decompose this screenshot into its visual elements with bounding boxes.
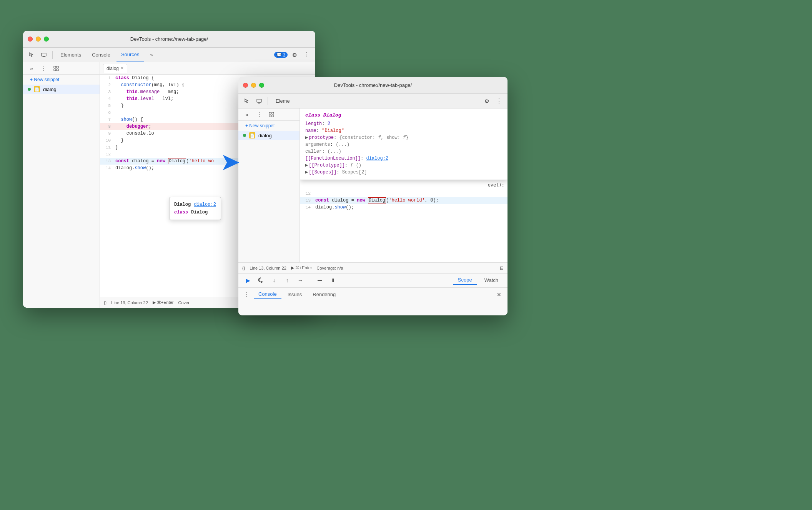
tooltip-popup-1: Dialog dialog:2 class Dialog — [169, 197, 221, 220]
step-out-btn-2[interactable]: ↑ — [282, 275, 292, 285]
tab-close-icon-1[interactable]: ✕ — [120, 66, 124, 71]
sidebar-item-dialog-1[interactable]: 📄 dialog — [23, 85, 100, 94]
curly-braces-icon-2[interactable]: {} — [242, 266, 245, 270]
tab-more-1[interactable]: » — [146, 48, 158, 62]
new-snippet-btn-2[interactable]: + New snippet — [238, 121, 300, 131]
minimize-button-1[interactable] — [36, 37, 41, 42]
file-icon-1: 📄 — [34, 86, 40, 92]
svg-rect-14 — [272, 115, 274, 117]
more-options-1[interactable]: ⋮ — [301, 50, 312, 60]
close-bottom-2[interactable]: ✕ — [494, 289, 504, 300]
resume-btn-2[interactable]: ▶ — [243, 275, 253, 285]
run-btn-2[interactable]: ▶ ⌘+Enter — [291, 265, 312, 270]
svg-rect-4 — [57, 66, 58, 68]
line-col-1: Line 13, Column 22 — [111, 300, 148, 305]
sidebar-item-dialog-2[interactable]: 📄 dialog — [238, 131, 300, 140]
editor-tabs-1: dialog ✕ — [100, 62, 315, 75]
traffic-lights-1[interactable] — [28, 37, 49, 42]
inspect-row-proto2: ▶ [[Prototype]] : f () — [305, 162, 502, 169]
pause-btn-2[interactable]: ⏸ — [328, 275, 338, 285]
inspect-row-prototype: ▶ prototype : {constructor: f, show: f} — [305, 134, 502, 141]
devtools-body-2: » ⋮ + New snippet 📄 dialog — [238, 108, 508, 262]
sidebar-icon2-1[interactable] — [51, 63, 62, 74]
maximize-button-1[interactable] — [44, 37, 49, 42]
step-over-btn-2[interactable] — [256, 275, 266, 285]
code-line-2-14: 14 dialog.show(); — [300, 204, 508, 211]
inspect-title: class Dialog — [305, 112, 502, 118]
device-icon[interactable] — [38, 50, 49, 60]
deactivate-btn-2[interactable] — [315, 275, 325, 285]
title-bar-1: DevTools - chrome://new-tab-page/ — [23, 31, 315, 48]
tab-elements-1[interactable]: Elements — [56, 48, 86, 62]
file-icon-2: 📄 — [249, 132, 255, 138]
code-editor-2[interactable]: evel); 12 13 const dialog = new Dialog('… — [300, 180, 508, 262]
svg-rect-12 — [272, 112, 274, 114]
step-btn-2[interactable]: → — [295, 275, 305, 285]
tooltip-line-1: Dialog dialog:2 — [174, 201, 216, 208]
title-bar-2: DevTools - chrome://new-tab-page/ — [238, 77, 508, 94]
rendering-tab-2[interactable]: Rendering — [308, 290, 340, 299]
sidebar-more-1[interactable]: » — [26, 63, 37, 74]
issues-tab-2[interactable]: Issues — [283, 290, 307, 299]
settings-icon-1[interactable]: ⚙ — [289, 50, 300, 60]
sidebar-icon2-2[interactable] — [266, 109, 277, 120]
tab-console-1[interactable]: Console — [87, 48, 115, 62]
close-button-1[interactable] — [28, 37, 33, 42]
coverage-2: Coverage: n/a — [317, 266, 343, 270]
device-icon-2[interactable] — [254, 96, 265, 107]
sidebar-1: » ⋮ + New snippet 📄 dialog — [23, 62, 100, 308]
more-options-2[interactable]: ⋮ — [494, 96, 504, 107]
settings-icon-2[interactable]: ⚙ — [481, 96, 492, 107]
bottom-more-2[interactable]: ⋮ — [241, 289, 252, 300]
inspect-icon-2[interactable] — [241, 96, 252, 107]
inspect-row-length: length : 2 — [305, 120, 502, 127]
debug-divider-2 — [310, 277, 310, 284]
green-dot-2 — [243, 134, 246, 137]
debug-toolbar-2: ▶ ↓ ↑ → ⏸ Scope Watch — [238, 273, 508, 287]
curly-braces-icon-1[interactable]: {} — [104, 300, 106, 305]
window-title-2: DevTools - chrome://new-tab-page/ — [334, 82, 412, 88]
code-line-2-13: 13 const dialog = new Dialog('hello worl… — [300, 197, 508, 204]
messages-badge-1[interactable]: 💬 3 — [274, 52, 288, 58]
window-title-1: DevTools - chrome://new-tab-page/ — [130, 36, 208, 42]
inspect-row-funcloc: [[FunctionLocation]] : dialog:2 — [305, 155, 502, 162]
devtools-window-2: DevTools - chrome://new-tab-page/ Eleme … — [238, 77, 508, 315]
funcloc-link[interactable]: dialog:2 — [366, 155, 388, 162]
traffic-lights-2[interactable] — [243, 83, 264, 88]
svg-rect-8 — [257, 99, 261, 102]
sidebar-options-2[interactable]: ⋮ — [254, 109, 265, 120]
sidebar-toolbar-2: » ⋮ — [238, 108, 300, 121]
close-button-2[interactable] — [243, 83, 248, 88]
tab-elements-2[interactable]: Eleme — [271, 94, 295, 108]
green-dot-1 — [28, 88, 31, 91]
status-bar-2: {} Line 13, Column 22 ▶ ⌘+Enter Coverage… — [238, 262, 508, 273]
inspect-row-arguments: arguments : (...) — [305, 141, 502, 148]
coverage-1: Cover — [178, 300, 190, 305]
run-btn-1[interactable]: ▶ ⌘+Enter — [153, 300, 174, 305]
svg-rect-11 — [269, 112, 271, 114]
svg-rect-13 — [269, 115, 271, 117]
svg-rect-0 — [42, 53, 46, 56]
sidebar-more-2[interactable]: » — [241, 109, 252, 120]
maximize-button-2[interactable] — [259, 83, 264, 88]
svg-rect-9 — [258, 103, 260, 103]
svg-rect-6 — [57, 69, 58, 71]
editor-tab-dialog-1[interactable]: dialog ✕ — [103, 64, 127, 73]
console-tab-2[interactable]: Console — [254, 290, 281, 299]
scrollbar-icon[interactable]: ⊟ — [500, 265, 504, 271]
bottom-nav-2: ⋮ Console Issues Rendering ✕ — [238, 287, 508, 301]
line-col-2: Line 13, Column 22 — [250, 266, 286, 270]
sidebar-options-1[interactable]: ⋮ — [38, 63, 49, 74]
tab-sources-1[interactable]: Sources — [116, 48, 144, 62]
step-into-btn-2[interactable]: ↓ — [269, 275, 279, 285]
inspect-icon[interactable] — [26, 50, 37, 60]
watch-tab-2[interactable]: Watch — [480, 276, 503, 285]
devtools-toolbar-1: Elements Console Sources » 💬 3 ⚙ ⋮ — [23, 48, 315, 62]
inspect-row-name: name : "Dialog" — [305, 127, 502, 134]
tooltip-link-1[interactable]: dialog:2 — [194, 201, 216, 208]
new-snippet-btn-1[interactable]: + New snippet — [23, 75, 100, 85]
svg-rect-5 — [54, 69, 56, 71]
scope-tab-2[interactable]: Scope — [453, 275, 477, 285]
tooltip-line-2: class Dialog — [174, 209, 216, 216]
minimize-button-2[interactable] — [251, 83, 256, 88]
